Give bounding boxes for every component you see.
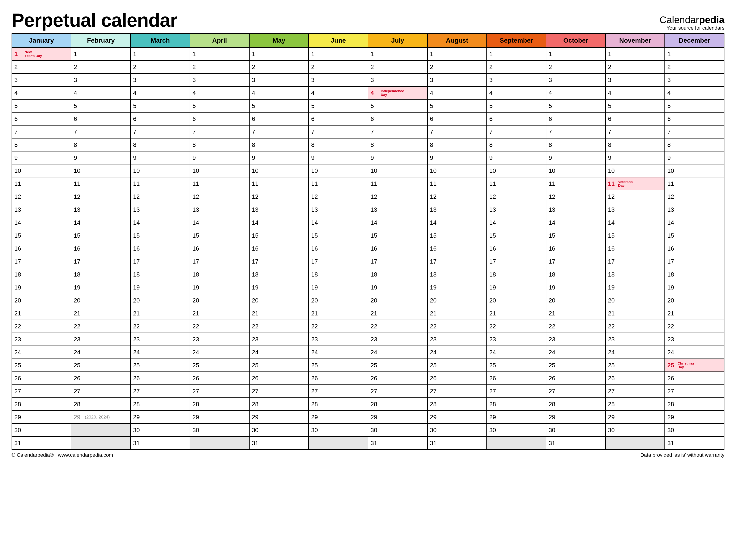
day-cell: 30 <box>546 424 605 437</box>
day-number: 14 <box>192 219 200 226</box>
day-number: 10 <box>489 167 497 174</box>
day-row: 191919191919191919191919 <box>12 281 724 294</box>
day-cell: 22 <box>309 320 368 333</box>
day-number: 3 <box>370 76 378 84</box>
day-cell: 30 <box>309 424 368 437</box>
day-cell: 10 <box>487 164 546 177</box>
day-cell: 8 <box>605 138 665 151</box>
day-number: 22 <box>430 323 438 330</box>
day-number: 19 <box>74 284 82 291</box>
day-cell: 17 <box>605 255 665 268</box>
holiday-label: ChristmasDay <box>677 362 694 369</box>
day-number: 22 <box>370 323 378 330</box>
day-cell: 28 <box>309 398 368 411</box>
day-number: 29 <box>311 414 319 421</box>
day-number: 8 <box>489 141 497 148</box>
day-cell: 22 <box>487 320 546 333</box>
day-number: 20 <box>74 297 82 304</box>
day-cell: 16 <box>546 242 605 255</box>
day-cell: 25 <box>605 359 665 372</box>
day-cell: 9 <box>131 151 190 164</box>
day-number: 17 <box>74 258 82 265</box>
day-number: 8 <box>192 141 200 148</box>
day-number: 6 <box>14 115 22 123</box>
day-cell: 9 <box>427 151 487 164</box>
day-cell: 21 <box>249 307 309 320</box>
day-number: 20 <box>667 297 675 304</box>
day-cell: 4 <box>665 86 724 99</box>
day-cell <box>71 437 130 450</box>
day-number: 7 <box>133 128 141 135</box>
day-number: 25 <box>192 362 200 369</box>
day-number: 18 <box>489 271 497 278</box>
day-cell: 4IndependenceDay <box>368 86 427 99</box>
day-number: 27 <box>430 388 438 395</box>
day-number: 25 <box>133 362 141 369</box>
day-cell: 19 <box>249 281 309 294</box>
day-number: 5 <box>133 102 141 110</box>
day-number: 10 <box>192 167 200 174</box>
day-cell: 2 <box>12 60 71 73</box>
day-number: 22 <box>133 323 141 330</box>
day-number: 15 <box>430 232 438 239</box>
day-cell: 12 <box>249 190 309 203</box>
day-cell: 31 <box>12 437 71 450</box>
day-cell: 24 <box>605 346 665 359</box>
day-number: 14 <box>608 219 616 226</box>
day-number: 11 <box>667 180 675 187</box>
day-cell: 9 <box>487 151 546 164</box>
day-number: 9 <box>489 154 497 161</box>
day-number: 15 <box>608 232 616 239</box>
brand-name-left: Calendar <box>660 14 699 25</box>
day-cell: 24 <box>190 346 249 359</box>
day-number: 24 <box>192 349 200 356</box>
day-number: 25 <box>489 362 497 369</box>
day-number: 27 <box>370 388 378 395</box>
day-number: 28 <box>14 401 22 408</box>
day-number: 24 <box>14 349 22 356</box>
day-cell: 24 <box>131 346 190 359</box>
day-cell: 21 <box>12 307 71 320</box>
day-cell: 29 <box>546 411 605 424</box>
day-number: 25 <box>430 362 438 369</box>
day-number: 10 <box>74 167 82 174</box>
day-cell: 15 <box>665 229 724 242</box>
day-cell: 23 <box>12 333 71 346</box>
day-number: 9 <box>430 154 438 161</box>
day-cell: 21 <box>487 307 546 320</box>
day-row: 242424242424242424242424 <box>12 346 724 359</box>
day-cell: 1NewYear's Day <box>12 47 71 60</box>
day-cell: 9 <box>546 151 605 164</box>
day-cell: 23 <box>249 333 309 346</box>
day-number: 29 <box>430 414 438 421</box>
day-cell: 15 <box>12 229 71 242</box>
day-number: 28 <box>311 401 319 408</box>
day-number: 16 <box>667 245 675 252</box>
day-number: 28 <box>192 401 200 408</box>
day-cell: 2 <box>665 60 724 73</box>
day-number: 26 <box>133 375 141 382</box>
day-number: 6 <box>252 115 260 123</box>
day-cell: 13 <box>546 203 605 216</box>
day-number: 30 <box>14 427 22 434</box>
day-cell: 21 <box>309 307 368 320</box>
day-number: 20 <box>489 297 497 304</box>
day-cell: 10 <box>368 164 427 177</box>
day-number: 5 <box>608 102 616 110</box>
day-number: 15 <box>489 232 497 239</box>
day-number: 22 <box>252 323 260 330</box>
day-cell: 25 <box>71 359 130 372</box>
day-number: 6 <box>192 115 200 123</box>
day-number: 21 <box>430 310 438 317</box>
day-number: 27 <box>133 388 141 395</box>
day-number: 9 <box>74 154 82 161</box>
day-number: 15 <box>370 232 378 239</box>
day-cell: 5 <box>665 99 724 112</box>
day-cell: 7 <box>546 125 605 138</box>
day-row: 4444444IndependenceDay44444 <box>12 86 724 99</box>
day-cell: 30 <box>427 424 487 437</box>
day-cell: 15 <box>546 229 605 242</box>
day-cell: 23 <box>368 333 427 346</box>
day-cell: 1 <box>487 47 546 60</box>
holiday-label: VeteransDay <box>618 180 633 187</box>
